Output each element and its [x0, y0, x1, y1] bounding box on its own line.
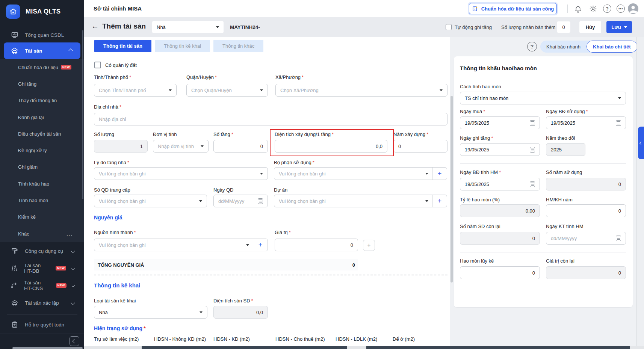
department-select[interactable]: Vui lòng chọn bản ghi+ — [274, 167, 447, 180]
add-source-button[interactable]: + — [253, 239, 268, 251]
cancel-button[interactable]: Hủy — [579, 21, 601, 33]
sidebar-item-label: Tài sản — [25, 48, 42, 54]
value-input[interactable]: 0 — [275, 239, 358, 251]
hm-per-year-input[interactable]: 0 — [546, 204, 626, 217]
submenu-item-record-increase[interactable]: Ghi tăng — [0, 76, 84, 92]
sidebar-collapse-button[interactable] — [70, 336, 79, 346]
increase-reason-label: Lý do tăng nhà* — [94, 160, 129, 165]
sidebar-item-overview[interactable]: Tổng quan CSDL — [0, 27, 84, 42]
calendar-icon[interactable] — [530, 120, 535, 126]
sidebar-item-label: Công cụ dụng cụ — [25, 248, 63, 254]
increase-reason-select[interactable]: Vui lòng chọn bản ghi — [94, 167, 268, 180]
calendar-icon[interactable] — [258, 198, 263, 204]
submenu-item-other[interactable]: Khác... — [0, 225, 84, 242]
normalize-data-button[interactable]: Chuẩn hóa dữ liệu tài sản công — [469, 3, 557, 14]
record-date-input[interactable]: 19/05/2025 — [460, 143, 540, 156]
save-button[interactable]: Lưu — [606, 21, 632, 33]
calendar-icon[interactable] — [616, 120, 621, 126]
road-icon — [11, 264, 18, 272]
land-management-checkbox[interactable] — [94, 62, 101, 68]
settings-gear-icon[interactable] — [588, 3, 598, 14]
hm-end-input[interactable]: dd/MM/yyyy — [546, 232, 626, 245]
quick-declare-option[interactable]: Khai báo nhanh — [540, 41, 587, 53]
top-header: Sở tài chính MISA Chuẩn hóa dữ liệu tài … — [84, 0, 644, 18]
panel-collapse-tab[interactable] — [638, 127, 644, 159]
calendar-icon[interactable] — [530, 181, 535, 187]
asset-type-select[interactable]: Nhà — [152, 21, 224, 33]
tab-other[interactable]: Thông tin khác — [213, 40, 263, 52]
brand-name: MISA QLTS — [26, 8, 60, 15]
back-button[interactable]: ← — [91, 22, 99, 30]
unit-select[interactable]: Nhập đơn vị tính — [153, 140, 209, 153]
accumulated-input[interactable]: 0 — [460, 266, 540, 279]
address-label: Địa chỉ nhà* — [94, 104, 121, 110]
district-select[interactable]: Chọn Quận/Huyện — [186, 84, 268, 97]
sidebar-item-established[interactable]: Tài sản xác lập — [0, 295, 84, 310]
submenu-item-transfer[interactable]: Điều chuyển tài sản — [0, 125, 84, 142]
notification-bell-icon[interactable] — [573, 3, 583, 14]
add-value-row-button[interactable]: + — [363, 240, 375, 251]
decision-no-select[interactable]: Vui lòng chọn bản ghi — [94, 195, 207, 207]
duplicate-count-input[interactable]: 0 — [557, 21, 570, 33]
submenu-item-change-info[interactable]: Thay đổi thông tin — [0, 92, 84, 109]
submenu-item-inventory[interactable]: Kiểm kê — [0, 209, 84, 225]
panel-scrollbar-horizontal[interactable] — [366, 346, 630, 349]
help-icon[interactable]: ? — [602, 3, 612, 14]
hm-start-input[interactable]: 19/05/2025 — [460, 178, 540, 190]
submenu-item-revaluate[interactable]: Đánh giá lại — [0, 109, 84, 125]
sidebar-item-ht-cns[interactable]: Tài sản HT-CNS NEW — [0, 278, 84, 293]
submenu-item-wear[interactable]: Tính hao mòn — [0, 192, 84, 208]
cost-section-title: Nguyên giá — [94, 215, 122, 221]
usage-col-header: Trụ sở làm việc (m2) — [94, 336, 139, 342]
decision-date-input[interactable]: dd/MM/yyyy — [213, 195, 268, 207]
value-label: Giá trị* — [275, 230, 291, 235]
more-dots-icon[interactable]: ... — [67, 231, 73, 237]
detail-declare-option[interactable]: Khai báo chi tiết — [587, 41, 637, 53]
tab-declaration[interactable]: Thông tin kê khai — [155, 40, 210, 52]
form-scrollbar-horizontal[interactable] — [142, 346, 347, 349]
sidebar-scrollbar-horizontal[interactable] — [12, 347, 83, 349]
ward-label: Xã/Phường* — [275, 74, 304, 80]
hm-end-label: Ngày KT tính HM — [546, 224, 583, 229]
sidebar-item-tools[interactable]: Công cụ dụng cụ — [0, 243, 84, 258]
calendar-icon[interactable] — [530, 147, 535, 153]
use-years-input: 0 — [546, 178, 626, 190]
sidebar-item-ht-db[interactable]: Tài sản HT-ĐB NEW — [0, 261, 84, 276]
sidebar-item-assets[interactable]: Tài sản — [4, 42, 80, 59]
submenu-item-depreciation[interactable]: Tính khấu hao — [0, 175, 84, 192]
sidebar-item-settlement[interactable]: Hỗ trợ quyết toán — [0, 317, 84, 332]
build-year-input[interactable]: 0 — [393, 140, 447, 153]
province-select[interactable]: Chọn Tỉnh/Thành phố — [94, 84, 177, 97]
source-select[interactable]: Vui lòng chọn bản ghi+ — [94, 239, 268, 251]
submenu-item-handle-request[interactable]: Đề nghị xử lý — [0, 142, 84, 159]
add-project-button[interactable]: + — [432, 195, 447, 207]
sidebar-item-label: Tài sản HT-ĐB — [24, 263, 47, 274]
clipboard-check-icon — [11, 321, 19, 328]
panel-help-icon[interactable]: ? — [527, 42, 537, 51]
ward-select[interactable]: Chọn Xã/Phường — [275, 84, 447, 97]
method-select[interactable]: TS chỉ tính hao mòn — [460, 92, 626, 104]
calendar-icon[interactable] — [616, 236, 621, 241]
quantity-input: 1 — [94, 140, 148, 153]
add-department-button[interactable]: + — [432, 168, 447, 180]
submenu-item-record-decrease[interactable]: Ghi giảm — [0, 159, 84, 175]
project-select[interactable]: Vui lòng chọn bản ghi+ — [274, 195, 447, 207]
district-label: Quận/Huyện* — [186, 74, 217, 80]
hm-start-label: Ngày BĐ tính HM* — [460, 169, 501, 175]
caret-down-icon — [199, 200, 202, 202]
address-input[interactable]: Nhập địa chỉ — [94, 113, 447, 125]
use-start-input[interactable]: 19/05/2025 — [546, 116, 626, 129]
buy-date-input[interactable]: 19/05/2025 — [460, 116, 540, 129]
sidebar-scrollbar-vertical[interactable] — [82, 30, 83, 199]
tab-asset-info[interactable]: Thông tin tài sản — [94, 40, 151, 52]
form-scrollbar-vertical[interactable] — [450, 96, 453, 283]
submenu-item-normalize[interactable]: Chuẩn hóa dữ liệuNEW — [0, 59, 84, 76]
more-options-icon[interactable]: ⋯ — [615, 3, 626, 14]
declare-type-select[interactable]: Nhà — [94, 306, 207, 319]
user-avatar[interactable] — [628, 3, 638, 14]
page-toolbar: ← Thêm tài sản Nhà MAYTINH24- Tự động gh… — [84, 17, 644, 37]
auto-record-checkbox[interactable] — [446, 24, 452, 30]
build-area-input[interactable]: 0,0 — [275, 140, 387, 153]
floors-input[interactable]: 0 — [213, 140, 268, 153]
declaration-mode-toggle: Khai báo nhanh Khai báo chi tiết — [540, 41, 637, 53]
